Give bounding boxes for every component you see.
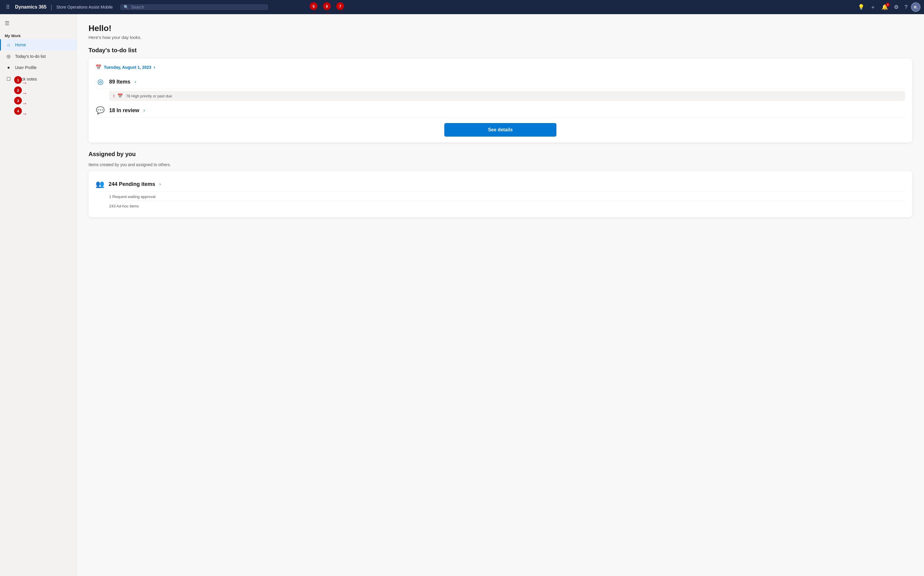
target-icon: ◎ (96, 78, 105, 86)
review-count-label: 18 In review (109, 107, 139, 114)
greeting-title: Hello! (88, 24, 912, 33)
pending-count-label: 244 Pending items (109, 181, 155, 187)
people-icon: 👥 (96, 180, 104, 188)
add-icon[interactable]: ＋ (868, 2, 878, 13)
profile-icon: ● (6, 65, 11, 70)
items-count-label: 89 Items (109, 79, 130, 85)
pending-chevron-icon: › (159, 181, 161, 187)
todo-icon: ◎ (6, 53, 11, 59)
today-section-title: Today's to-do list (88, 47, 912, 54)
items-sub-label: 78 High priority or past due (126, 94, 172, 98)
main-content: Hello! Here's how your day looks. Today'… (77, 14, 924, 576)
notifications-icon[interactable]: 🔔 7 (879, 2, 890, 12)
navbar-actions: 💡 ＋ 🔔 7 ⚙ ? R. (855, 2, 921, 13)
settings-icon[interactable]: ⚙ (892, 2, 901, 12)
hamburger-menu-icon[interactable]: ☰ (0, 18, 77, 29)
calendar-icon: 📅 (96, 64, 101, 70)
sidebar-item-profile[interactable]: ● User Profile (0, 62, 77, 73)
assigned-sub-text: Items created by you and assigned to oth… (88, 162, 912, 167)
date-row[interactable]: 📅 Tuesday, August 1, 2023 › (96, 64, 905, 70)
warning-icon: ! (113, 94, 115, 99)
sidebar-item-todo[interactable]: ◎ Today's to-do list (0, 50, 77, 62)
items-sub-info: ! 📅 78 High priority or past due (109, 91, 905, 101)
sidebar-item-notes[interactable]: ☐ Quick notes (0, 73, 77, 85)
assigned-section: Assigned by you Items created by you and… (88, 151, 912, 217)
review-row[interactable]: 💬 18 In review › (96, 103, 905, 118)
priority-icon: 📅 (117, 93, 123, 99)
greeting-subtitle: Here's how your day looks. (88, 35, 912, 40)
date-chevron-icon: › (154, 65, 155, 70)
search-input[interactable] (131, 5, 265, 10)
review-icon: 💬 (96, 106, 105, 115)
pending-sub-2: 243 Ad-hoc items (109, 202, 905, 210)
notification-badge: 7 (886, 3, 890, 7)
avatar[interactable]: R. (911, 2, 921, 12)
search-icon: 🔍 (124, 5, 129, 10)
date-label: Tuesday, August 1, 2023 (104, 65, 151, 70)
search-bar[interactable]: 🔍 (120, 5, 268, 10)
items-chevron-icon: › (134, 79, 136, 85)
items-row[interactable]: ◎ 89 Items › (96, 75, 905, 89)
app-name: Store Operations Assist Mobile (56, 5, 113, 10)
sidebar-item-label-home: Home (15, 43, 26, 47)
notes-icon: ☐ (6, 76, 11, 82)
sidebar-item-label-todo: Today's to-do list (15, 54, 46, 59)
brand-name: Dynamics 365 (15, 5, 46, 10)
sidebar-item-label-notes: Quick notes (15, 77, 37, 82)
pending-sub-1: 1 Request waiting approval (109, 193, 905, 201)
assigned-card: 👥 244 Pending items › 1 Request waiting … (88, 171, 912, 217)
review-chevron-icon: › (143, 108, 145, 113)
lightbulb-icon[interactable]: 💡 (855, 2, 867, 12)
see-details-button[interactable]: See details (444, 123, 556, 137)
grid-icon[interactable]: ⠿ (3, 2, 12, 12)
help-icon[interactable]: ? (902, 2, 910, 12)
sidebar: ☰ My Work ⌂ Home ◎ Today's to-do list ● … (0, 14, 77, 576)
navbar-divider: | (51, 4, 52, 11)
navbar: ⠿ Dynamics 365 | Store Operations Assist… (0, 0, 924, 14)
home-icon: ⌂ (6, 42, 11, 48)
assigned-section-title: Assigned by you (88, 151, 912, 158)
sidebar-section-title: My Work (0, 31, 77, 39)
today-card: 📅 Tuesday, August 1, 2023 › ◎ 89 Items ›… (88, 58, 912, 142)
pending-row[interactable]: 👥 244 Pending items › (96, 177, 905, 192)
sidebar-item-label-profile: User Profile (15, 65, 37, 70)
sidebar-item-home[interactable]: ⌂ Home (0, 39, 77, 50)
main-container: ☰ My Work ⌂ Home ◎ Today's to-do list ● … (0, 14, 924, 576)
